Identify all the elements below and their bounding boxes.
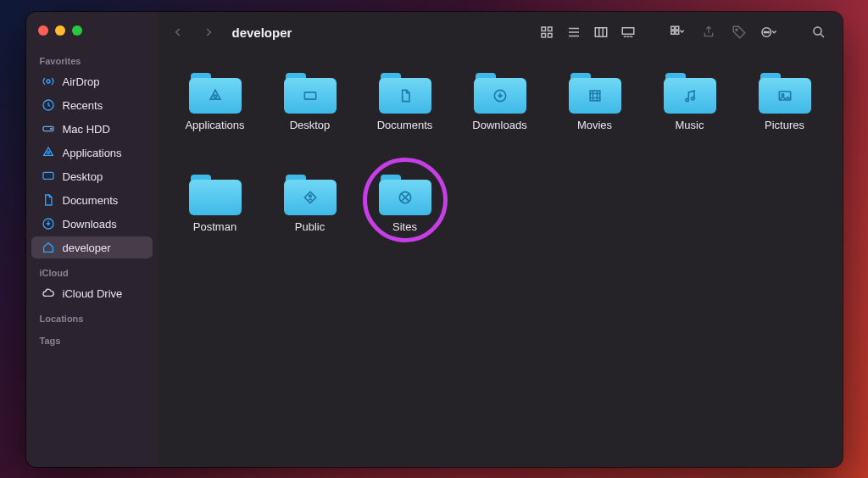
airdrop-icon: [42, 75, 55, 88]
sidebar-item-airdrop[interactable]: AirDrop: [31, 70, 153, 92]
sidebar-section-icloud: iCloud: [26, 259, 158, 281]
sidebar-item-label: Desktop: [63, 170, 103, 183]
folder-item-applications[interactable]: Applications: [171, 68, 259, 170]
back-button[interactable]: [166, 20, 190, 44]
finder-window: Favorites AirDrop Recents Mac HDD Applic…: [26, 12, 843, 467]
sites-glyph-icon: [396, 188, 415, 207]
folder-item-pictures[interactable]: Pictures: [741, 68, 829, 170]
list-view-button[interactable]: [561, 20, 587, 44]
apps-glyph-icon: [206, 86, 225, 105]
public-glyph-icon: [301, 188, 320, 207]
main-pane: developer: [158, 12, 843, 467]
tags-button[interactable]: [727, 20, 751, 44]
folder-item-postman[interactable]: Postman: [171, 170, 259, 271]
download-glyph-icon: [491, 86, 509, 105]
svg-rect-24: [304, 92, 315, 99]
folder-label: Applications: [185, 119, 244, 131]
folder-item-desktop[interactable]: Desktop: [266, 68, 354, 170]
folder-label: Sites: [392, 220, 417, 233]
folder-glyph-icon: [206, 188, 225, 207]
sidebar-section-locations: Locations: [26, 305, 158, 327]
disk-icon: [42, 122, 55, 136]
svg-point-21: [767, 31, 769, 33]
svg-rect-16: [676, 31, 679, 35]
toolbar: developer: [158, 12, 843, 53]
sidebar-item-recents[interactable]: Recents: [31, 94, 153, 116]
close-window-button[interactable]: [38, 25, 48, 36]
folder-icon: [759, 73, 811, 114]
view-mode-group: [534, 20, 641, 44]
svg-point-3: [50, 128, 51, 129]
folder-item-downloads[interactable]: Downloads: [456, 68, 544, 170]
svg-rect-9: [542, 34, 546, 38]
svg-point-29: [309, 195, 311, 197]
svg-rect-10: [548, 34, 552, 38]
folder-icon: [474, 73, 526, 114]
sidebar-item-label: iCloud Drive: [63, 287, 123, 300]
music-glyph-icon: [681, 86, 699, 105]
folder-icon: [284, 175, 337, 215]
svg-point-23: [214, 95, 216, 97]
apps-icon: [42, 146, 55, 159]
folder-icon: [664, 73, 716, 114]
svg-point-19: [765, 31, 767, 33]
location-title: developer: [232, 25, 292, 40]
folder-label: Downloads: [472, 119, 526, 131]
sidebar-item-applications[interactable]: Applications: [31, 142, 153, 164]
sidebar-item-label: Applications: [63, 147, 122, 159]
svg-point-17: [735, 29, 737, 31]
sidebar-item-desktop[interactable]: Desktop: [31, 165, 153, 187]
svg-point-20: [764, 31, 765, 33]
column-view-button[interactable]: [588, 20, 614, 44]
folder-label: Pictures: [765, 119, 804, 131]
sidebar-section-tags: Tags: [26, 327, 158, 349]
sidebar-item-mac-hdd[interactable]: Mac HDD: [31, 118, 153, 140]
sidebar-item-downloads[interactable]: Downloads: [31, 213, 153, 235]
folder-label: Movies: [577, 119, 612, 131]
folder-item-movies[interactable]: Movies: [551, 68, 639, 170]
svg-rect-13: [670, 26, 674, 30]
folder-icon: [569, 73, 621, 114]
clock-icon: [42, 98, 55, 112]
folder-item-sites[interactable]: Sites: [361, 170, 449, 271]
gallery-view-button[interactable]: [615, 20, 641, 44]
cloud-icon: [42, 286, 55, 300]
film-glyph-icon: [586, 86, 604, 105]
svg-rect-26: [590, 91, 600, 101]
search-button[interactable]: [807, 20, 831, 44]
folder-icon: [189, 175, 242, 215]
folder-icon: [379, 175, 431, 215]
share-button[interactable]: [697, 20, 721, 44]
forward-button[interactable]: [197, 20, 220, 44]
group-by-button[interactable]: [666, 20, 690, 44]
sidebar-item-label: Documents: [63, 194, 119, 207]
sidebar-item-label: developer: [63, 242, 111, 254]
folder-item-documents[interactable]: Documents: [361, 68, 449, 170]
folder-item-music[interactable]: Music: [646, 68, 734, 170]
folder-item-public[interactable]: Public: [266, 170, 354, 271]
folder-label: Postman: [193, 220, 236, 233]
doc-icon: [42, 193, 55, 207]
minimize-window-button[interactable]: [55, 25, 65, 36]
icon-view-button[interactable]: [534, 20, 559, 44]
folder-label: Documents: [377, 119, 433, 131]
folder-icon: [284, 73, 337, 114]
doc-glyph-icon: [396, 86, 415, 105]
sidebar-item-label: Downloads: [63, 218, 117, 231]
desktop-icon: [42, 170, 55, 183]
folder-grid: Applications Desktop Documents Downloads…: [158, 53, 843, 467]
svg-rect-8: [548, 27, 552, 31]
svg-point-22: [814, 27, 821, 35]
svg-rect-14: [676, 26, 679, 30]
sidebar-item-icloud-drive[interactable]: iCloud Drive: [31, 282, 153, 304]
folder-icon: [189, 73, 242, 114]
maximize-window-button[interactable]: [72, 25, 82, 36]
svg-rect-11: [595, 28, 607, 37]
image-glyph-icon: [776, 86, 794, 105]
action-menu-button[interactable]: [758, 20, 782, 44]
svg-rect-12: [622, 28, 634, 35]
desktop-glyph-icon: [301, 86, 320, 105]
sidebar-item-label: Recents: [63, 99, 103, 112]
sidebar-item-documents[interactable]: Documents: [31, 189, 153, 211]
sidebar-item-developer[interactable]: developer: [31, 236, 153, 258]
